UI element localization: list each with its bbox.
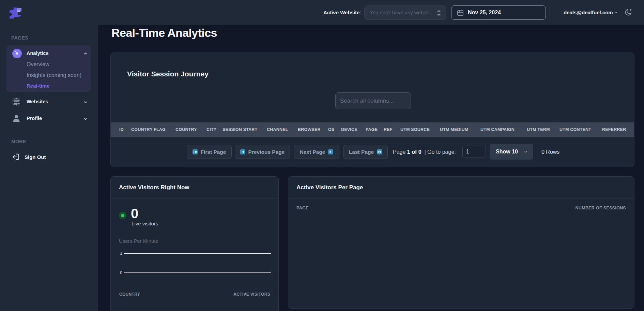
svg-text:www: www	[13, 100, 19, 103]
